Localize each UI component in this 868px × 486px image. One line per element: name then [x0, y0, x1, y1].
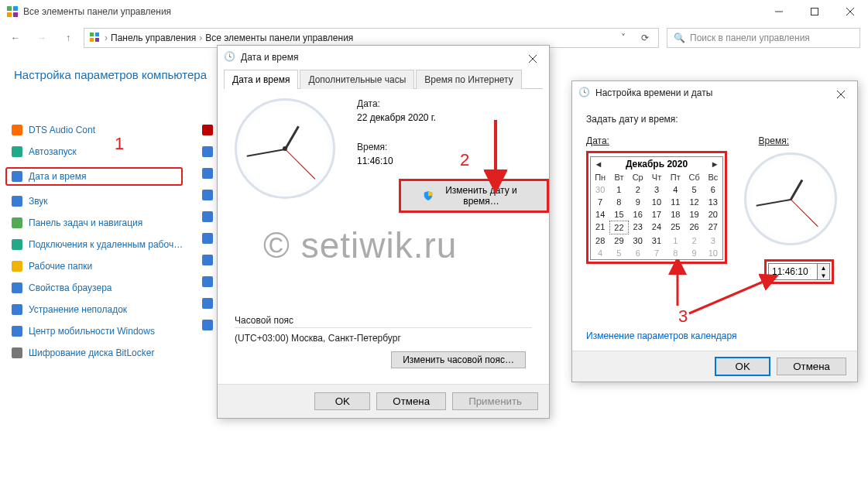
- calendar-day[interactable]: 30: [629, 234, 647, 247]
- prev-month-button[interactable]: ◂: [594, 159, 603, 169]
- apply-button[interactable]: Применить: [452, 392, 538, 410]
- calendar-day[interactable]: 3: [647, 183, 666, 196]
- calendar-day[interactable]: 9: [684, 247, 703, 259]
- calendar-day[interactable]: 1: [609, 183, 628, 196]
- calendar-day[interactable]: 9: [629, 196, 647, 208]
- calendar-day[interactable]: 4: [666, 183, 684, 196]
- minimize-button[interactable]: [761, 0, 797, 23]
- cpl-item[interactable]: Рабочие папки: [11, 260, 183, 272]
- calendar-day[interactable]: 5: [609, 247, 628, 259]
- tab-extra-clocks[interactable]: Дополнительные часы: [300, 70, 414, 89]
- cpl-item[interactable]: [201, 189, 214, 201]
- tab-internet-time[interactable]: Время по Интернету: [416, 70, 521, 89]
- cpl-item[interactable]: DTS Audio Cont: [11, 124, 183, 136]
- calendar-day[interactable]: 22: [609, 221, 628, 234]
- history-dropdown[interactable]: ˅: [615, 33, 632, 43]
- ok-button[interactable]: OK: [314, 392, 370, 410]
- cpl-item[interactable]: [201, 297, 214, 310]
- calendar-day[interactable]: 10: [704, 247, 722, 259]
- cpl-item[interactable]: Дата и время: [5, 167, 183, 186]
- next-month-button[interactable]: ▸: [710, 159, 719, 169]
- forward-button[interactable]: →: [34, 30, 50, 46]
- calendar-day[interactable]: 30: [591, 183, 609, 196]
- change-datetime-button[interactable]: Изменить дату и время…: [399, 179, 549, 213]
- autoplay-icon: [11, 145, 23, 158]
- cpl-item[interactable]: [201, 210, 214, 223]
- calendar-day[interactable]: 21: [591, 221, 609, 234]
- cpl-item[interactable]: [201, 167, 214, 180]
- cancel-button[interactable]: Отмена: [777, 358, 846, 375]
- crumb-0[interactable]: Панель управления: [111, 33, 196, 43]
- calendar-day[interactable]: 7: [591, 196, 609, 208]
- cpl-item[interactable]: [201, 145, 214, 158]
- calendar-day[interactable]: 10: [647, 196, 666, 208]
- calendar-day[interactable]: 27: [704, 221, 722, 234]
- calendar-day[interactable]: 6: [629, 247, 647, 259]
- cpl-item[interactable]: Шифрование диска BitLocker: [11, 347, 183, 359]
- ok-button[interactable]: OK: [715, 357, 770, 376]
- search-input[interactable]: 🔍 Поиск в панели управления: [667, 28, 860, 48]
- cpl-item[interactable]: Звук: [11, 195, 183, 207]
- calendar-day[interactable]: 20: [704, 208, 722, 221]
- change-tz-button[interactable]: Изменить часовой пояс…: [391, 351, 526, 368]
- back-button[interactable]: ←: [8, 30, 23, 46]
- time-input[interactable]: [768, 263, 818, 280]
- database-icon: [201, 145, 214, 158]
- spin-up-icon[interactable]: ▲: [818, 264, 829, 272]
- calendar-settings-link[interactable]: Изменение параметров календаря: [586, 330, 737, 341]
- window-titlebar: Все элементы панели управления: [0, 0, 868, 23]
- calendar-day[interactable]: 2: [629, 183, 647, 196]
- up-button[interactable]: ↑: [60, 30, 76, 46]
- tab-datetime[interactable]: Дата и время: [224, 70, 298, 89]
- cpl-item[interactable]: [201, 319, 214, 331]
- calendar-day[interactable]: 4: [591, 247, 609, 259]
- cpl-item[interactable]: [201, 276, 214, 288]
- cpl-item[interactable]: [201, 124, 214, 136]
- cpl-item[interactable]: [201, 254, 214, 266]
- cpl-item[interactable]: Панель задач и навигация: [11, 217, 183, 229]
- calendar-day[interactable]: 23: [629, 221, 647, 234]
- calendar-day[interactable]: 13: [704, 196, 722, 208]
- calendar-day[interactable]: 29: [609, 234, 628, 247]
- close-button[interactable]: [521, 50, 544, 67]
- calendar-day[interactable]: 18: [666, 208, 684, 221]
- calendar-day[interactable]: 19: [684, 208, 703, 221]
- calendar-day[interactable]: 14: [591, 208, 609, 221]
- calendar-highlight: ◂ Декабрь 2020 ▸ ПнВтСрЧтПтСбВс301234567…: [586, 151, 727, 264]
- calendar-day[interactable]: 28: [591, 234, 609, 247]
- cpl-item[interactable]: Устранение неполадок: [11, 303, 183, 316]
- calendar-day[interactable]: 15: [609, 208, 628, 221]
- close-button[interactable]: [829, 86, 853, 103]
- calendar-day[interactable]: 6: [704, 183, 722, 196]
- cancel-button[interactable]: Отмена: [376, 392, 446, 410]
- calendar-day[interactable]: 1: [666, 234, 684, 247]
- calendar-day[interactable]: 24: [647, 221, 666, 234]
- time-spinner[interactable]: ▲ ▼: [818, 263, 830, 280]
- calendar-day[interactable]: 17: [647, 208, 666, 221]
- maximize-button[interactable]: [797, 0, 832, 23]
- cpl-item[interactable]: [201, 232, 214, 245]
- cpl-item[interactable]: Центр мобильности Windows: [11, 325, 183, 337]
- calendar[interactable]: ◂ Декабрь 2020 ▸ ПнВтСрЧтПтСбВс301234567…: [590, 156, 723, 260]
- calendar-day[interactable]: 8: [666, 247, 684, 259]
- calendar-day[interactable]: 26: [684, 221, 703, 234]
- spin-down-icon[interactable]: ▼: [818, 272, 829, 279]
- calendar-day[interactable]: 11: [666, 196, 684, 208]
- cpl-item[interactable]: Свойства браузера: [11, 282, 183, 294]
- calendar-day[interactable]: 8: [609, 196, 628, 208]
- folder-icon: [11, 260, 23, 272]
- calendar-day[interactable]: 5: [684, 183, 703, 196]
- calendar-day[interactable]: 31: [647, 234, 666, 247]
- cpl-item[interactable]: Подключения к удаленным рабоч…: [11, 238, 183, 251]
- calendar-day[interactable]: 3: [704, 234, 722, 247]
- calendar-day[interactable]: 25: [666, 221, 684, 234]
- crumb-1[interactable]: Все элементы панели управления: [205, 33, 353, 43]
- time-label: Время:: [759, 135, 789, 146]
- calendar-day[interactable]: 16: [629, 208, 647, 221]
- calendar-day[interactable]: 2: [684, 234, 703, 247]
- calendar-day[interactable]: 12: [684, 196, 703, 208]
- cpl-item[interactable]: Автозапуск: [11, 145, 183, 158]
- calendar-day[interactable]: 7: [647, 247, 666, 259]
- refresh-button[interactable]: ⟳: [636, 33, 654, 43]
- close-button[interactable]: [832, 0, 868, 23]
